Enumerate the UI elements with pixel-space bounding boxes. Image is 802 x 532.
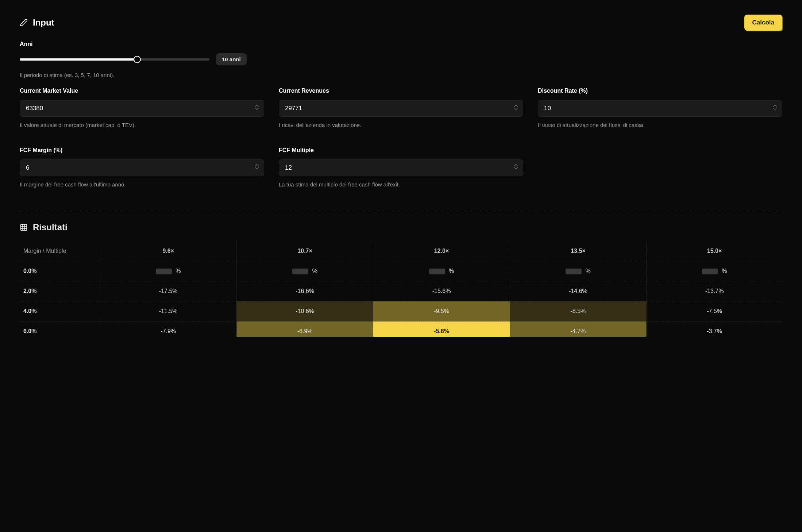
result-cell: -7.5% [647,301,782,321]
skeleton-placeholder [566,269,582,274]
market-value-label: Current Market Value [20,88,264,94]
skeleton-placeholder [292,269,308,274]
column-header: 9.6× [100,241,236,261]
market-value-helper: Il valore attuale di mercato (market cap… [20,122,264,128]
fcf-multiple-input[interactable] [279,159,523,176]
input-title-text: Input [33,18,54,28]
stepper-icon[interactable] [255,164,261,172]
result-cell: -9.5% [373,301,510,321]
result-cell: -8.5% [510,301,646,321]
pencil-icon [20,19,28,27]
table-corner: Margin \ Multiple [20,241,100,261]
result-cell: -6.9% [236,321,373,337]
result-cell: -7.9% [100,321,236,337]
results-table: Margin \ Multiple9.6×10.7×12.0×13.5×15.0… [20,241,782,337]
discount-label: Discount Rate (%) [538,88,782,94]
stepper-icon[interactable] [773,104,779,112]
revenues-label: Current Revenues [279,88,523,94]
anni-slider[interactable] [20,58,209,61]
discount-helper: Il tasso di attualizzazione dei flussi d… [538,122,782,128]
table-row: 6.0%-7.9%-6.9%-5.8%-4.7%-3.7% [20,321,782,337]
fcf-multiple-label: FCF Multiple [279,147,523,154]
calculate-button[interactable]: Calcola [744,15,782,31]
result-cell: -13.7% [647,281,782,301]
anni-badge: 10 anni [216,53,247,65]
column-header: 15.0× [647,241,782,261]
row-margin: 2.0% [20,281,100,301]
market-value-input[interactable] [20,100,264,117]
fcf-multiple-helper: La tua stima del multiplo dei free cash … [279,181,523,188]
revenues-helper: I ricavi dell'azienda in valutazione. [279,122,523,128]
result-cell: -15.6% [373,281,510,301]
result-cell: -17.5% [100,281,236,301]
results-section-title: Risultati [20,222,782,232]
table-row: 0.0% % % % % % [20,261,782,281]
skeleton-placeholder [156,269,172,274]
row-margin: 6.0% [20,321,100,337]
result-cell: % [373,261,510,281]
input-section-title: Input [20,18,54,28]
result-cell: -10.6% [236,301,373,321]
slider-thumb[interactable] [134,56,141,63]
skeleton-placeholder [429,269,445,274]
table-row: 4.0%-11.5%-10.6%-9.5%-8.5%-7.5% [20,301,782,321]
row-margin: 0.0% [20,261,100,281]
table-icon [20,223,28,231]
section-divider [20,211,782,211]
result-cell: -4.7% [510,321,646,337]
anni-helper: Il periodo di stima (es. 3, 5, 7, 10 ann… [20,72,782,78]
fcf-margin-label: FCF Margin (%) [20,147,264,154]
result-cell: % [236,261,373,281]
column-header: 13.5× [510,241,646,261]
result-cell: % [647,261,782,281]
skeleton-placeholder [702,269,718,274]
anni-label: Anni [20,41,782,47]
svg-rect-0 [21,224,27,231]
revenues-input[interactable] [279,100,523,117]
fcf-margin-helper: Il margine dei free cash flow all'ultimo… [20,181,264,188]
column-header: 10.7× [236,241,373,261]
result-cell: -11.5% [100,301,236,321]
stepper-icon[interactable] [514,164,520,172]
result-cell: -3.7% [647,321,782,337]
fcf-margin-input[interactable] [20,159,264,176]
result-cell: -16.6% [236,281,373,301]
result-cell: -5.8% [373,321,510,337]
result-cell: -14.6% [510,281,646,301]
result-cell: % [510,261,646,281]
row-margin: 4.0% [20,301,100,321]
results-title-text: Risultati [33,222,68,232]
table-row: 2.0%-17.5%-16.6%-15.6%-14.6%-13.7% [20,281,782,301]
stepper-icon[interactable] [255,104,261,112]
stepper-icon[interactable] [514,104,520,112]
result-cell: % [100,261,236,281]
discount-input[interactable] [538,100,782,117]
column-header: 12.0× [373,241,510,261]
